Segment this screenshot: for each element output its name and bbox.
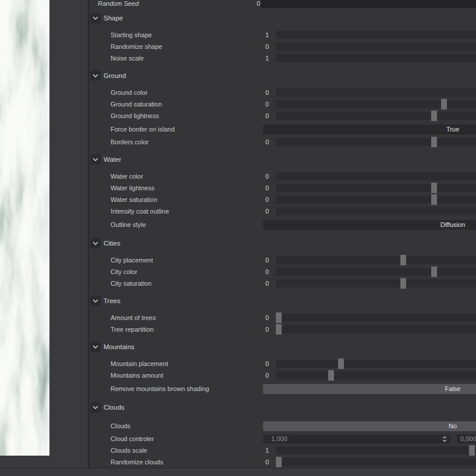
slider-randomize-clouds[interactable]: [276, 458, 476, 466]
row-tree-repartition: Tree repartition0: [89, 325, 476, 337]
slider-mountain-placement[interactable]: [276, 360, 476, 368]
section-label: Trees: [104, 296, 120, 306]
row-city-placement: City placement0: [89, 256, 476, 268]
slider-city-placement[interactable]: [276, 256, 476, 264]
chevron-down-icon: [93, 241, 98, 246]
slider-borders-color[interactable]: [276, 138, 476, 146]
row-water-lightness: Water lightness0: [89, 184, 476, 196]
row-random-seed: Random Seed 0: [89, 0, 476, 8]
slider-handle[interactable]: [400, 278, 406, 289]
chevron-down-icon: [93, 16, 98, 20]
number-field-cloud-controler-2[interactable]: 0,000: [457, 435, 476, 443]
chevron-down-icon: [93, 345, 98, 349]
slider-handle[interactable]: [441, 99, 447, 109]
row-ground-lightness: Ground lightness0: [89, 112, 476, 123]
slider-water-lightness[interactable]: [276, 184, 476, 192]
row-remove-mountains-brown-shading: Remove mountains brown shadingFalse: [89, 383, 476, 397]
slider-starting-shape[interactable]: [276, 31, 476, 39]
slider-noise-scale[interactable]: [276, 54, 476, 62]
section-label: Ground: [104, 70, 126, 81]
param-label: Mountains amount: [111, 371, 164, 379]
collapse-toggle-button[interactable]: [90, 342, 101, 352]
slider-handle[interactable]: [276, 324, 282, 335]
slider-handle[interactable]: [431, 137, 437, 147]
collapse-toggle-button[interactable]: [90, 296, 101, 306]
button-value: False: [445, 385, 461, 392]
param-value: 1: [240, 446, 269, 454]
param-value: 0: [240, 112, 269, 120]
param-value: 0: [240, 360, 269, 368]
section-header-mountains: Mountains: [89, 342, 476, 352]
slider-handle[interactable]: [431, 111, 437, 121]
row-clouds-scale: Clouds scale1: [89, 446, 476, 458]
slider-city-saturation[interactable]: [276, 279, 476, 287]
slider-handle[interactable]: [328, 370, 334, 381]
param-label: Intensity coat outline: [111, 207, 169, 215]
slider-handle[interactable]: [469, 445, 475, 456]
param-label: Force border on island: [111, 125, 175, 134]
param-value: 0: [240, 268, 269, 276]
slider-handle[interactable]: [276, 457, 282, 467]
slider-randomize-shape[interactable]: [276, 42, 476, 51]
param-label: Randomize shape: [111, 42, 162, 51]
section-header-water: Water: [89, 154, 476, 165]
param-label: Water color: [111, 172, 143, 180]
param-label: City placement: [111, 256, 153, 264]
param-value: 0: [240, 100, 269, 108]
updown-stepper-icon[interactable]: [442, 436, 447, 442]
collapse-toggle-button[interactable]: [90, 70, 101, 81]
row-outline-style: Outline styleDiffusion: [89, 219, 476, 233]
param-label: City color: [111, 268, 137, 276]
button-outline-style[interactable]: Diffusion: [263, 220, 476, 230]
slider-ground-lightness[interactable]: [276, 112, 476, 120]
slider-clouds-scale[interactable]: [276, 446, 476, 454]
slider-handle[interactable]: [431, 194, 437, 205]
button-force-border-on-island[interactable]: True: [263, 125, 476, 134]
collapse-toggle-button[interactable]: [90, 402, 101, 413]
chevron-down-icon: [93, 299, 98, 303]
section-label: Clouds: [104, 402, 125, 413]
button-remove-mountains-brown-shading[interactable]: False: [263, 384, 476, 394]
random-seed-value: 0: [231, 0, 260, 8]
param-value: 1: [240, 54, 269, 62]
slider-handle[interactable]: [431, 267, 437, 277]
row-intensity-coat-outline: Intensity coat outline0: [89, 207, 476, 219]
collapse-toggle-button[interactable]: [90, 238, 101, 248]
param-value: 0: [240, 325, 269, 333]
param-label: Clouds scale: [111, 446, 147, 454]
row-clouds: CloudsNo: [89, 420, 476, 435]
slider-intensity-coat-outline[interactable]: [276, 207, 476, 215]
row-cloud-controler: Cloud controler1,0000,000: [89, 435, 476, 446]
slider-amount-of-trees[interactable]: [276, 314, 476, 322]
slider-city-color[interactable]: [276, 268, 476, 276]
collapse-toggle-button[interactable]: [90, 13, 101, 23]
number-field-cloud-controler-1[interactable]: 1,000: [263, 435, 450, 443]
random-seed-field[interactable]: [261, 0, 476, 8]
row-force-border-on-island: Force border on islandTrue: [89, 123, 476, 138]
slider-tree-repartition[interactable]: [276, 325, 476, 333]
button-clouds[interactable]: No: [263, 421, 476, 431]
slider-water-color[interactable]: [276, 172, 476, 180]
param-label: Water lightness: [111, 184, 154, 192]
slider-handle[interactable]: [400, 255, 406, 265]
row-noise-scale: Noise scale1: [89, 54, 476, 66]
button-value: True: [446, 126, 459, 133]
bottom-panel-strip: [0, 468, 476, 476]
slider-handle[interactable]: [276, 312, 282, 323]
param-label: Borders color: [111, 138, 148, 146]
section-header-cities: Cities: [89, 238, 476, 248]
slider-handle[interactable]: [338, 358, 344, 369]
slider-mountains-amount[interactable]: [276, 371, 476, 379]
slider-water-saturation[interactable]: [276, 196, 476, 204]
section-label: Shape: [104, 13, 123, 23]
random-seed-label: Random Seed: [98, 0, 138, 8]
slider-ground-color[interactable]: [276, 88, 476, 97]
param-label: Clouds: [111, 421, 130, 431]
param-value: 0: [240, 371, 269, 379]
slider-handle[interactable]: [431, 183, 437, 193]
slider-ground-saturation[interactable]: [276, 100, 476, 108]
row-randomize-clouds: Randomize clouds0: [89, 458, 476, 468]
row-starting-shape: Starting shape1: [89, 31, 476, 42]
section-header-shape: Shape: [89, 13, 476, 23]
collapse-toggle-button[interactable]: [90, 154, 101, 165]
